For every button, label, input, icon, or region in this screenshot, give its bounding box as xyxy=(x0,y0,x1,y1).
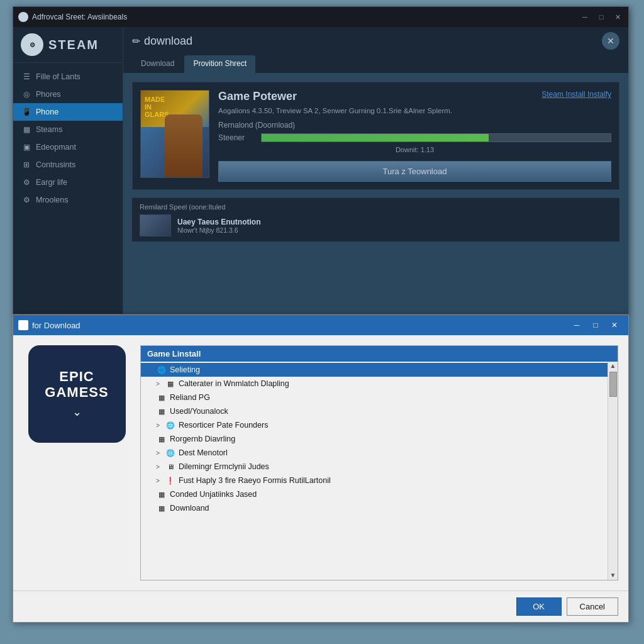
tab-provition-shrect[interactable]: Provition Shrect xyxy=(184,55,255,73)
progress-label: Steener xyxy=(218,133,256,142)
list-item-7[interactable]: > 🖥 Dilemingr Ermclynii Judes xyxy=(141,460,608,474)
list-item-6[interactable]: > 🌐 Dest Menotorl xyxy=(141,446,608,460)
recommended-item[interactable]: Uaey Taeus Enutnotion Nlowr't Ntjby 821.… xyxy=(140,214,612,236)
list-item-1[interactable]: > ▦ Calterater in Wnmlatch Dlapling xyxy=(141,377,608,391)
list-item-9[interactable]: ▦ Conded Unjatiinks Jased xyxy=(141,487,608,501)
epic-list-body[interactable]: 🌐 Selieting > ▦ Calterater in Wnmlatch D… xyxy=(141,362,608,580)
sidebar-item-mroolens[interactable]: ⚙ Mroolens xyxy=(13,191,123,209)
sidebar-icon-3: ▦ xyxy=(22,125,31,134)
progress-sublabel: Downit: 1.13 xyxy=(218,146,611,153)
steam-logo-text: STEAM xyxy=(48,38,99,52)
game-info-header: Game Potewer Steam Install Instalfy xyxy=(218,90,611,103)
list-item-label-2: Reliand PG xyxy=(170,393,210,402)
sidebar-item-edeopmant[interactable]: ▣ Edeopmant xyxy=(13,138,123,156)
steam-window: Adfrovcal Sreet: Awsiinbeals ─ □ ✕ ⚙ STE… xyxy=(13,6,629,314)
list-item-label-3: Usedl/Younalock xyxy=(170,407,228,416)
list-item-5[interactable]: ▦ Rorgernb Diavrling xyxy=(141,432,608,446)
list-item-2[interactable]: ▦ Reliand PG xyxy=(141,391,608,404)
epic-list-scrollbar[interactable]: ▲ ▼ xyxy=(608,362,618,580)
tab-download[interactable]: Download xyxy=(132,55,183,73)
list-item-icon-4: 🌐 xyxy=(166,421,175,430)
epic-content: EPICGAMESS ⌄ Game Linstall 🌐 Selieting >… xyxy=(13,335,628,591)
list-item-icon-8: ❗ xyxy=(166,476,175,485)
game-download-card: MADEINGLARS Game Potewer Steam Install I… xyxy=(132,82,619,190)
download-icon: ✏ xyxy=(132,35,140,47)
list-item-expand-4: > xyxy=(156,422,162,429)
steam-titlebar-controls: ─ □ ✕ xyxy=(579,11,623,23)
epic-logo-area: EPICGAMESS ⌄ xyxy=(23,345,130,580)
steam-main: ✏ download ✕ Download Provition Shrect M… xyxy=(123,27,628,314)
sidebar-item-phores[interactable]: ◎ Phores xyxy=(13,86,123,103)
steam-header: ✏ download ✕ xyxy=(123,27,628,55)
sidebar-label-2: Phone xyxy=(36,108,58,116)
game-info-panel: Game Potewer Steam Install Instalfy Aoga… xyxy=(218,90,611,182)
list-item-icon-1: ▦ xyxy=(166,379,175,388)
game-cover-art: MADEINGLARS xyxy=(140,90,209,178)
epic-maximize-button[interactable]: □ xyxy=(587,318,604,333)
download-action-button[interactable]: Tura z Teownload xyxy=(218,161,611,182)
epic-logo-chevron-icon: ⌄ xyxy=(72,405,82,419)
progress-bar-fill xyxy=(262,134,489,142)
epic-list-header: Game Linstall xyxy=(141,346,618,362)
list-item-expand-7: > xyxy=(156,464,162,470)
sidebar-label-1: Phores xyxy=(36,90,61,99)
list-item-icon-3: ▦ xyxy=(157,407,166,416)
epic-list-wrapper: Game Linstall 🌐 Selieting > ▦ Calterater… xyxy=(140,345,618,580)
list-item-icon-2: ▦ xyxy=(157,393,166,402)
sidebar-item-contrusints[interactable]: ⊞ Contrusints xyxy=(13,156,123,174)
epic-minimize-button[interactable]: ─ xyxy=(568,318,586,333)
list-item-expand-1: > xyxy=(156,380,162,387)
steam-header-title-area: ✏ download xyxy=(132,35,192,48)
sidebar-item-eargr-life[interactable]: ⚙ Eargr life xyxy=(13,174,123,191)
epic-logo-text: EPICGAMESS xyxy=(45,369,108,399)
recommended-label: Remilard Speel (oone:Ituled xyxy=(140,203,612,211)
epic-logo-box: EPICGAMESS ⌄ xyxy=(28,345,126,443)
epic-footer: OK Cancel xyxy=(13,591,628,622)
list-item-0[interactable]: 🌐 Selieting xyxy=(141,363,608,377)
sidebar-icon-5: ⊞ xyxy=(22,160,31,169)
epic-titlebar: for Download ─ □ ✕ xyxy=(13,315,628,335)
steam-logo-icon: ⚙ xyxy=(21,33,43,56)
sidebar-label-0: Fille of Lants xyxy=(36,72,80,81)
ok-button[interactable]: OK xyxy=(516,597,562,616)
steam-close-button[interactable]: ✕ xyxy=(612,11,623,23)
list-item-icon-10: ▦ xyxy=(157,504,166,513)
epic-close-button[interactable]: ✕ xyxy=(606,318,623,333)
recommended-sub: Nlowr't Ntjby 821.3.6 xyxy=(177,226,260,234)
cancel-button[interactable]: Cancel xyxy=(567,597,618,616)
steam-logo-area: ⚙ STEAM xyxy=(13,27,123,63)
game-cover-figure xyxy=(165,114,203,177)
list-item-label-10: Downloand xyxy=(170,504,209,513)
list-item-3[interactable]: ▦ Usedl/Younalock xyxy=(141,404,608,418)
sidebar-icon-2: 📱 xyxy=(22,108,31,116)
list-item-10[interactable]: ▦ Downloand xyxy=(141,501,608,515)
steam-tabs: Download Provition Shrect xyxy=(123,55,628,73)
steam-maximize-button[interactable]: □ xyxy=(596,11,607,23)
scrollbar-thumb[interactable] xyxy=(609,372,617,397)
list-item-icon-6: 🌐 xyxy=(166,448,175,457)
sidebar-item-fille-of-lants[interactable]: ☰ Fille of Lants xyxy=(13,68,123,86)
steam-sidebar-nav: ☰ Fille of Lants ◎ Phores 📱 Phone ▦ Stea… xyxy=(13,63,123,314)
steam-header-close-btn[interactable]: ✕ xyxy=(602,32,619,50)
steam-minimize-button[interactable]: ─ xyxy=(579,11,591,23)
sidebar-icon-6: ⚙ xyxy=(22,178,31,187)
list-item-label-7: Dilemingr Ermclynii Judes xyxy=(179,462,269,471)
sidebar-label-4: Edeopmant xyxy=(36,143,76,152)
sidebar-icon-0: ☰ xyxy=(22,72,31,81)
steam-window-icon xyxy=(18,12,28,22)
list-item-4[interactable]: > 🌐 Resorticer Pate Founders xyxy=(141,418,608,432)
scrollbar-down-btn[interactable]: ▼ xyxy=(609,571,617,580)
list-item-label-8: Fust Haply 3 fire Raeyo Formis RutilLart… xyxy=(179,476,331,485)
epic-window-icon xyxy=(18,320,28,330)
list-item-expand-6: > xyxy=(156,450,162,457)
list-item-8[interactable]: > ❗ Fust Haply 3 fire Raeyo Formis Rutil… xyxy=(141,474,608,487)
scrollbar-up-btn[interactable]: ▲ xyxy=(609,362,617,370)
list-item-label-1: Calterater in Wnmlatch Dlapling xyxy=(179,379,289,388)
recommended-thumbnail xyxy=(140,214,171,236)
sidebar-item-steams[interactable]: ▦ Steams xyxy=(13,121,123,138)
steam-titlebar: Adfrovcal Sreet: Awsiinbeals ─ □ ✕ xyxy=(13,7,628,27)
steam-install-link[interactable]: Steam Install Instalfy xyxy=(541,90,611,99)
sidebar-item-phone[interactable]: 📱 Phone xyxy=(13,103,123,121)
sidebar-label-7: Mroolens xyxy=(36,196,68,204)
steam-window-title: Adfrovcal Sreet: Awsiinbeals xyxy=(32,13,127,21)
